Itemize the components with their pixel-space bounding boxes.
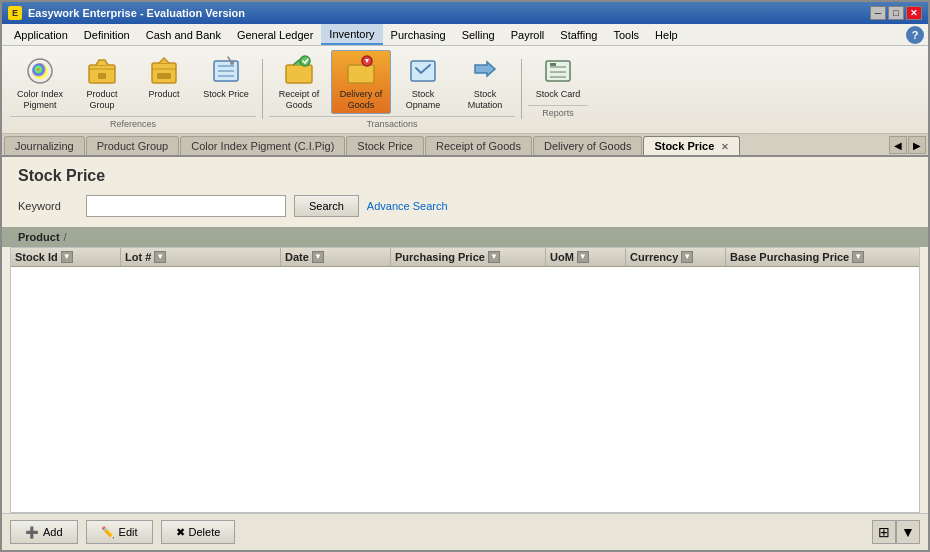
toolbar-separator-1 <box>262 59 263 119</box>
svg-rect-3 <box>98 73 106 79</box>
keyword-input[interactable] <box>86 195 286 217</box>
add-icon: ➕ <box>25 526 39 539</box>
delivery-of-goods-label: Delivery ofGoods <box>340 89 383 111</box>
stock-card-icon <box>542 55 574 87</box>
reports-label: Reports <box>528 105 588 118</box>
toolbar-btn-product-group[interactable]: ProductGroup <box>72 50 132 114</box>
stock-card-label: Stock Card <box>536 89 581 100</box>
col-header-date: Date ▼ <box>281 248 391 266</box>
col-sort-currency[interactable]: ▼ <box>681 251 693 263</box>
tab-stock-price-active[interactable]: Stock Price ✕ <box>643 136 740 155</box>
tab-stock-price[interactable]: Stock Price <box>346 136 424 155</box>
color-index-pigment-icon <box>24 55 56 87</box>
delete-button[interactable]: ✖ Delete <box>161 520 236 544</box>
tab-close-icon[interactable]: ✕ <box>721 142 729 152</box>
svg-rect-13 <box>348 65 374 83</box>
toolbar: Color IndexPigment ProductGroup <box>2 46 928 134</box>
menu-application[interactable]: Application <box>6 24 76 45</box>
toolbar-reports-items: Stock Card <box>528 50 588 103</box>
toolbar-btn-stock-price[interactable]: Stock Price <box>196 50 256 114</box>
edit-icon: ✏️ <box>101 526 115 539</box>
menu-payroll[interactable]: Payroll <box>503 24 553 45</box>
advance-search-link[interactable]: Advance Search <box>367 200 448 212</box>
receipt-of-goods-icon <box>283 55 315 87</box>
table-area: Stock Id ▼ Lot # ▼ Date ▼ Purchasing Pri… <box>10 247 920 513</box>
stock-opname-label: StockOpname <box>406 89 441 111</box>
search-button[interactable]: Search <box>294 195 359 217</box>
content-area: Stock Price Keyword Search Advance Searc… <box>2 157 928 513</box>
col-sort-date[interactable]: ▼ <box>312 251 324 263</box>
svg-point-12 <box>300 56 310 66</box>
tab-nav: ◀ ▶ <box>889 136 926 154</box>
color-index-pigment-label: Color IndexPigment <box>17 89 63 111</box>
bottom-right: ⊞ ▼ <box>872 520 920 544</box>
product-icon <box>148 55 180 87</box>
edit-button[interactable]: ✏️ Edit <box>86 520 153 544</box>
product-label: Product <box>148 89 179 100</box>
tab-receipt-of-goods[interactable]: Receipt of Goods <box>425 136 532 155</box>
col-sort-base-purchasing[interactable]: ▼ <box>852 251 864 263</box>
maximize-button[interactable]: □ <box>888 6 904 20</box>
col-sort-uom[interactable]: ▼ <box>577 251 589 263</box>
toolbar-btn-stock-card[interactable]: Stock Card <box>528 50 588 103</box>
title-bar-controls: ─ □ ✕ <box>870 6 922 20</box>
menu-help[interactable]: Help <box>647 24 686 45</box>
product-group-icon <box>86 55 118 87</box>
toolbar-separator-2 <box>521 59 522 119</box>
svg-point-1 <box>32 63 48 79</box>
keyword-label: Keyword <box>18 200 78 212</box>
tab-delivery-of-goods[interactable]: Delivery of Goods <box>533 136 642 155</box>
tab-product-group[interactable]: Product Group <box>86 136 180 155</box>
data-header-label: Product <box>18 231 60 243</box>
tab-journalizing[interactable]: Journalizing <box>4 136 85 155</box>
toolbar-btn-color-index-pigment[interactable]: Color IndexPigment <box>10 50 70 114</box>
view-options-button[interactable]: ⊞ <box>872 520 896 544</box>
toolbar-references-items: Color IndexPigment ProductGroup <box>10 50 256 114</box>
app-icon: E <box>8 6 22 20</box>
menu-purchasing[interactable]: Purchasing <box>383 24 454 45</box>
title-bar: E Easywork Enterprise - Evaluation Versi… <box>2 2 928 24</box>
add-button[interactable]: ➕ Add <box>10 520 78 544</box>
col-sort-purchasing-price[interactable]: ▼ <box>488 251 500 263</box>
minimize-button[interactable]: ─ <box>870 6 886 20</box>
view-dropdown-button[interactable]: ▼ <box>896 520 920 544</box>
col-sort-stock-id[interactable]: ▼ <box>61 251 73 263</box>
menu-definition[interactable]: Definition <box>76 24 138 45</box>
window-title: Easywork Enterprise - Evaluation Version <box>28 7 245 19</box>
toolbar-group-references: Color IndexPigment ProductGroup <box>10 50 256 129</box>
bottom-toolbar: ➕ Add ✏️ Edit ✖ Delete ⊞ ▼ <box>2 513 928 550</box>
tab-nav-prev[interactable]: ◀ <box>889 136 907 154</box>
col-header-lot: Lot # ▼ <box>121 248 281 266</box>
help-icon[interactable]: ? <box>906 26 924 44</box>
toolbar-btn-stock-mutation[interactable]: StockMutation <box>455 50 515 114</box>
tab-nav-next[interactable]: ▶ <box>908 136 926 154</box>
table-body <box>11 267 919 387</box>
menu-general-ledger[interactable]: General Ledger <box>229 24 321 45</box>
toolbar-btn-delivery-of-goods[interactable]: Delivery ofGoods <box>331 50 391 114</box>
menu-selling[interactable]: Selling <box>454 24 503 45</box>
col-header-currency: Currency ▼ <box>626 248 726 266</box>
page-title: Stock Price <box>2 157 928 191</box>
tab-color-index-pigment[interactable]: Color Index Pigment (C.I.Pig) <box>180 136 345 155</box>
col-sort-lot[interactable]: ▼ <box>154 251 166 263</box>
col-header-stock-id: Stock Id ▼ <box>11 248 121 266</box>
toolbar-btn-product[interactable]: Product <box>134 50 194 114</box>
stock-mutation-icon <box>469 55 501 87</box>
references-label: References <box>10 116 256 129</box>
menu-tools[interactable]: Tools <box>605 24 647 45</box>
transactions-label: Transactions <box>269 116 515 129</box>
toolbar-btn-stock-opname[interactable]: StockOpname <box>393 50 453 114</box>
toolbar-btn-receipt-of-goods[interactable]: Receipt ofGoods <box>269 50 329 114</box>
col-header-purchasing-price: Purchasing Price ▼ <box>391 248 546 266</box>
title-bar-left: E Easywork Enterprise - Evaluation Versi… <box>8 6 245 20</box>
data-header-row: Product / <box>2 227 928 247</box>
toolbar-group-transactions: Receipt ofGoods Delivery ofGoods <box>269 50 515 129</box>
menu-right: ? <box>906 26 924 44</box>
menu-staffing[interactable]: Staffing <box>552 24 605 45</box>
svg-rect-11 <box>286 65 312 83</box>
menu-inventory[interactable]: Inventory <box>321 24 382 45</box>
close-button[interactable]: ✕ <box>906 6 922 20</box>
svg-rect-20 <box>550 63 556 66</box>
menu-cash-and-bank[interactable]: Cash and Bank <box>138 24 229 45</box>
col-header-uom: UoM ▼ <box>546 248 626 266</box>
